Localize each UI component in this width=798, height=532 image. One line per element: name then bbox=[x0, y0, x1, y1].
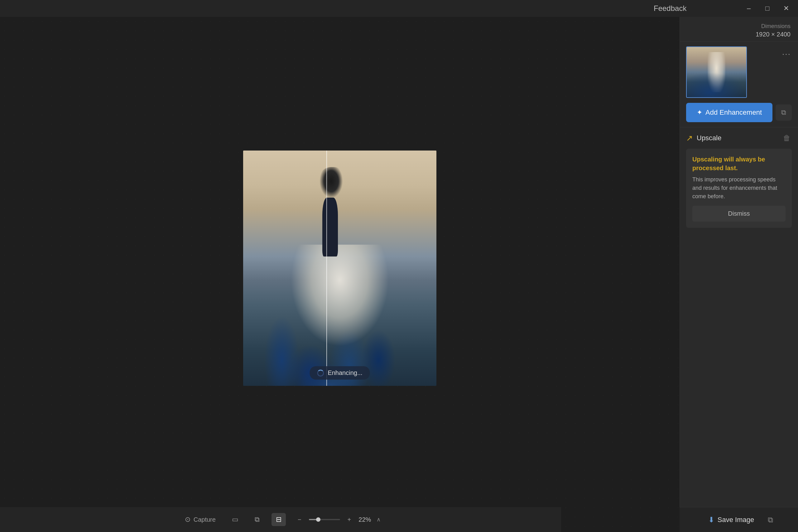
main-area: Enhancing... ⊙ Capture ▭ ⧉ ⊟ − bbox=[0, 17, 798, 532]
compare-view-button[interactable]: ⊟ bbox=[271, 513, 286, 526]
right-panel: Dimensions 1920 × 2400 ⋯ ✦ Add Enhanceme… bbox=[680, 17, 798, 532]
dimensions-label: Dimensions bbox=[687, 23, 791, 30]
dimensions-value: 1920 × 2400 bbox=[687, 31, 791, 38]
dimensions-area: Dimensions 1920 × 2400 bbox=[680, 17, 798, 41]
window-controls: – □ ✕ bbox=[743, 3, 792, 14]
close-button[interactable]: ✕ bbox=[781, 3, 792, 14]
upscale-left: ↗ Upscale bbox=[686, 133, 721, 143]
save-label: Save Image bbox=[718, 516, 754, 524]
split-view-button[interactable]: ⧉ bbox=[250, 513, 264, 526]
zoom-control: − + 22% ∧ bbox=[293, 514, 381, 526]
save-area: ⬇ Save Image ⧉ bbox=[680, 507, 798, 532]
maximize-button[interactable]: □ bbox=[762, 3, 773, 14]
copy-button[interactable]: ⧉ bbox=[776, 104, 792, 120]
chevron-up-icon: ∧ bbox=[377, 516, 381, 523]
upscale-label: Upscale bbox=[697, 134, 721, 142]
single-frame-icon: ▭ bbox=[232, 515, 239, 524]
image-container: Enhancing... bbox=[243, 151, 436, 386]
add-enhancement-button[interactable]: ✦ Add Enhancement bbox=[686, 103, 773, 122]
dismiss-button[interactable]: Dismiss bbox=[692, 206, 785, 222]
camera-icon: ⊙ bbox=[185, 515, 190, 524]
divider-line bbox=[326, 151, 327, 386]
sparkle-icon: ✦ bbox=[697, 109, 702, 117]
enhancing-label: Enhancing... bbox=[328, 369, 362, 377]
info-text: This improves processing speeds and resu… bbox=[692, 175, 785, 201]
more-options-button[interactable]: ⋯ bbox=[781, 48, 792, 60]
figure-body bbox=[322, 197, 338, 256]
copy-save-button[interactable]: ⧉ bbox=[765, 513, 776, 527]
dress-area bbox=[282, 245, 398, 362]
zoom-plus-icon: + bbox=[347, 516, 351, 523]
trash-icon: 🗑 bbox=[783, 134, 791, 142]
artwork bbox=[243, 151, 436, 386]
add-enhancement-label: Add Enhancement bbox=[705, 109, 762, 117]
copy-icon: ⧉ bbox=[781, 109, 786, 117]
zoom-in-button[interactable]: + bbox=[343, 514, 356, 526]
capture-label: Capture bbox=[194, 516, 216, 523]
upscale-section: ↗ Upscale 🗑 bbox=[680, 127, 798, 149]
save-image-button[interactable]: ⬇ Save Image bbox=[702, 512, 760, 527]
compare-icon: ⊟ bbox=[276, 515, 282, 524]
zoom-slider[interactable] bbox=[309, 519, 340, 520]
zoom-value: 22% bbox=[359, 516, 374, 523]
thumbnail-art bbox=[687, 47, 746, 97]
zoom-slider-thumb bbox=[316, 517, 320, 522]
thumbnail-blue bbox=[687, 72, 746, 98]
upscale-arrow-icon: ↗ bbox=[686, 133, 693, 143]
thumbnail-row: ⋯ bbox=[680, 41, 798, 103]
copy-save-icon: ⧉ bbox=[768, 515, 773, 524]
figure-head bbox=[317, 167, 346, 202]
capture-button[interactable]: ⊙ Capture bbox=[180, 513, 220, 526]
thumbnail-wrapper bbox=[686, 46, 747, 98]
download-icon: ⬇ bbox=[708, 515, 715, 524]
info-box: Upscaling will always be processed last.… bbox=[686, 149, 792, 228]
bottom-toolbar: ⊙ Capture ▭ ⧉ ⊟ − bbox=[0, 507, 561, 532]
enhancing-badge: Enhancing... bbox=[309, 366, 370, 380]
add-enhancement-row: ✦ Add Enhancement ⧉ bbox=[680, 103, 798, 127]
delete-upscale-button[interactable]: 🗑 bbox=[782, 132, 792, 144]
single-view-button[interactable]: ▭ bbox=[228, 513, 243, 526]
split-frame-icon: ⧉ bbox=[255, 515, 260, 524]
canvas-area[interactable]: Enhancing... ⊙ Capture ▭ ⧉ ⊟ − bbox=[0, 17, 680, 532]
zoom-out-button[interactable]: − bbox=[293, 514, 306, 526]
spinner-icon bbox=[317, 369, 324, 377]
feedback-label: Feedback bbox=[654, 4, 686, 13]
minimize-button[interactable]: – bbox=[743, 3, 754, 14]
title-bar: Feedback – □ ✕ bbox=[0, 0, 798, 17]
info-title: Upscaling will always be processed last. bbox=[692, 155, 785, 172]
zoom-minus-icon: − bbox=[298, 516, 301, 523]
